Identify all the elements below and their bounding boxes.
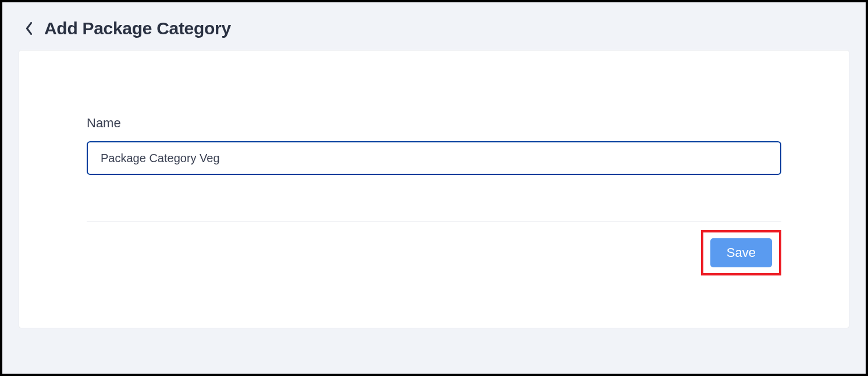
back-icon[interactable] bbox=[24, 22, 34, 35]
name-input[interactable] bbox=[87, 141, 781, 175]
form-card: Name Save bbox=[19, 50, 849, 328]
actions-row: Save bbox=[87, 230, 781, 275]
name-label: Name bbox=[87, 116, 781, 131]
save-button[interactable]: Save bbox=[710, 238, 772, 267]
page-title: Add Package Category bbox=[44, 19, 231, 38]
section-divider bbox=[87, 221, 781, 222]
page-header: Add Package Category bbox=[19, 2, 849, 50]
save-highlight-annotation: Save bbox=[701, 230, 781, 275]
window-frame: Add Package Category Name Save bbox=[0, 0, 868, 376]
page-container: Add Package Category Name Save bbox=[2, 2, 866, 374]
name-field-group: Name bbox=[87, 116, 781, 175]
